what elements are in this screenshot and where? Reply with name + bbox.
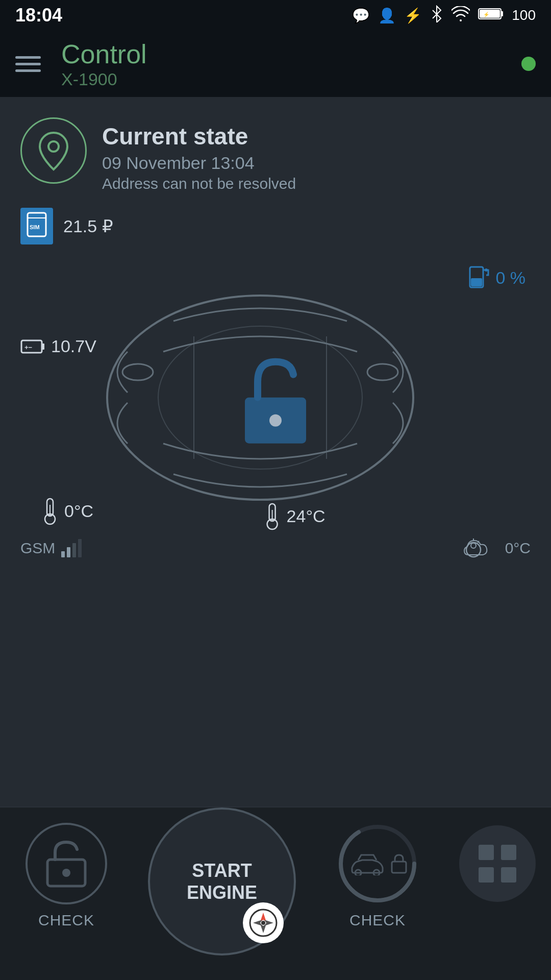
svg-text:SIM: SIM — [30, 224, 40, 230]
state-title: Current state — [102, 122, 296, 150]
app-title: Control — [61, 39, 521, 69]
signal-bars — [61, 539, 82, 557]
chat-icon: 💬 — [352, 7, 370, 24]
device-name: X-1900 — [61, 69, 521, 89]
person-icon: 👤 — [378, 7, 396, 24]
status-bar: 18:04 💬 👤 ⚡ — [0, 0, 551, 31]
menu-line-2 — [15, 63, 41, 65]
weather-info: 0°C — [463, 535, 531, 561]
svg-rect-41 — [392, 862, 406, 873]
car-check-circle-area — [337, 823, 418, 904]
unlock-check-button[interactable]: CHECK — [15, 823, 117, 929]
temp-outside: 0°C — [41, 497, 93, 525]
svg-rect-43 — [501, 845, 516, 860]
menu-line-3 — [15, 69, 41, 72]
svg-rect-44 — [479, 867, 494, 883]
svg-text:+−: +− — [24, 344, 33, 351]
bottom-info-row: GSM 0°C — [0, 535, 551, 561]
header-title-group: Control X-1900 — [61, 39, 521, 89]
car-area: 0 % +− 10.7V — [0, 255, 551, 571]
location-icon — [36, 130, 71, 171]
sim-row: SIM 21.5 ₽ — [0, 203, 551, 255]
weather-icon — [463, 535, 499, 561]
start-engine-text: START ENGINE — [187, 860, 257, 903]
svg-point-34 — [62, 869, 70, 877]
sim-balance: 21.5 ₽ — [63, 216, 113, 236]
temp-inside-value: 24°C — [287, 506, 325, 526]
svg-rect-45 — [501, 867, 516, 883]
wifi-icon — [452, 6, 470, 25]
status-time: 18:04 — [15, 5, 62, 26]
svg-rect-4 — [480, 10, 500, 18]
unlock-status-icon — [224, 347, 327, 468]
svg-rect-3 — [501, 11, 503, 16]
svg-rect-13 — [42, 344, 44, 350]
sim-icon: SIM — [20, 208, 53, 244]
location-icon-circle — [20, 117, 87, 184]
unlock-nav-icon — [38, 838, 94, 889]
bottom-nav: CHECK START ENGINE — [0, 806, 551, 980]
car-nav-icon — [347, 852, 388, 875]
svg-line-1 — [433, 14, 437, 18]
apps-grid-button[interactable] — [459, 825, 536, 902]
svg-rect-42 — [479, 845, 494, 860]
gsm-indicator: GSM — [20, 539, 82, 557]
battery-voltage-icon: +− — [20, 337, 46, 356]
main-content: Current state 09 November 13:04 Address … — [0, 97, 551, 806]
menu-line-1 — [15, 56, 41, 59]
thermometer-inside-icon — [263, 502, 282, 530]
svg-point-36 — [261, 921, 265, 925]
svg-point-6 — [48, 141, 59, 152]
temp-outside-value: 0°C — [64, 501, 93, 521]
signal-bar-4 — [78, 539, 82, 557]
compass-icon-container — [243, 902, 284, 943]
battery-percentage: 100 — [512, 7, 536, 23]
grid-icon — [474, 841, 520, 887]
status-icons: 💬 👤 ⚡ ⚡ — [352, 5, 536, 26]
signal-bar-3 — [72, 543, 76, 557]
weather-temp: 0°C — [505, 540, 531, 557]
car-lock-nav-icon — [347, 852, 408, 875]
header: Control X-1900 — [0, 31, 551, 97]
svg-text:⚡: ⚡ — [483, 11, 490, 18]
battery-icon: ⚡ — [478, 7, 504, 24]
car-check-label: CHECK — [349, 912, 406, 929]
state-address: Address can not be resolved — [102, 175, 296, 192]
state-date: 09 November 13:04 — [102, 153, 296, 173]
unlock-check-label: CHECK — [38, 912, 94, 929]
svg-point-19 — [122, 364, 153, 380]
svg-point-30 — [471, 543, 476, 548]
lock-nav-icon — [390, 853, 408, 874]
connection-status-dot — [521, 57, 536, 71]
svg-point-20 — [367, 364, 398, 380]
usb-icon: ⚡ — [404, 7, 422, 24]
thermometer-outside-icon — [41, 497, 59, 525]
menu-button[interactable] — [15, 56, 41, 72]
compass-icon — [249, 909, 278, 937]
fuel-percent: 0 % — [495, 268, 525, 288]
svg-point-22 — [269, 414, 282, 427]
unlock-check-circle — [26, 823, 107, 904]
signal-bar-2 — [67, 547, 70, 557]
bluetooth-icon — [430, 5, 443, 26]
state-section: Current state 09 November 13:04 Address … — [0, 97, 551, 203]
temp-inside: 24°C — [263, 502, 325, 530]
signal-bar-1 — [61, 551, 65, 557]
svg-point-11 — [485, 268, 488, 272]
gsm-label: GSM — [20, 540, 55, 557]
svg-line-0 — [433, 10, 437, 14]
start-engine-button[interactable]: START ENGINE — [148, 807, 296, 955]
state-info: Current state 09 November 13:04 Address … — [102, 117, 296, 192]
car-check-button[interactable]: CHECK — [327, 823, 429, 929]
